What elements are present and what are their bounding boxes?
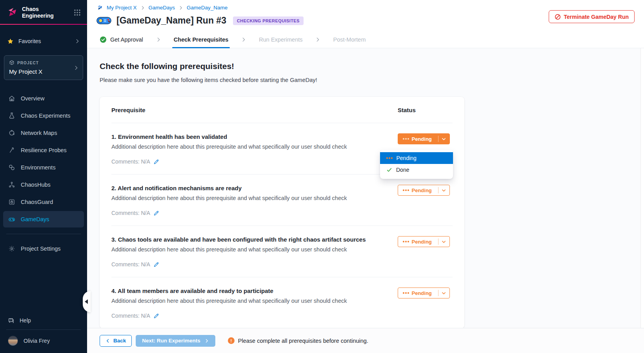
sidebar-favorites[interactable]: Favorites — [0, 33, 87, 49]
user-name: Olivia Frey — [24, 338, 50, 344]
breadcrumb-gamedays-link[interactable]: GameDays — [149, 5, 175, 11]
sidebar-item-environments[interactable]: Environments — [3, 159, 84, 176]
comments-value: Comments: N/A — [111, 210, 150, 216]
page-title: [GameDay_Name] Run #3 — [116, 15, 226, 26]
lock-icon — [8, 198, 15, 206]
warning-icon: ! — [228, 337, 235, 344]
chevron-down-icon[interactable] — [441, 136, 446, 142]
sidebar-item-project-settings[interactable]: Project Settings — [3, 240, 84, 257]
sidebar-item-label: Resilience Probes — [21, 147, 67, 153]
sidebar-item-resilience-probes[interactable]: Resilience Probes — [3, 142, 84, 158]
breadcrumb-project-link[interactable]: My Project X — [107, 5, 137, 11]
sidebar-item-gamedays[interactable]: GameDays — [3, 211, 84, 227]
step-check-prerequisites[interactable]: Check Prerequisites — [171, 31, 231, 48]
sidebar-item-label: Network Maps — [21, 130, 57, 136]
terminate-gameday-button[interactable]: Terminate GameDay Run — [549, 10, 635, 23]
user-menu[interactable]: Olivia Frey — [0, 330, 87, 353]
column-prerequisite: Prerequisite — [111, 107, 398, 113]
prohibit-icon — [555, 14, 561, 20]
gamepad-color-icon — [96, 16, 111, 25]
option-label: Pending — [397, 155, 417, 161]
collapse-left-icon — [85, 299, 88, 304]
gamepad-icon — [8, 216, 15, 223]
status-label: Pending — [412, 136, 432, 142]
sidebar-collapse-handle[interactable] — [83, 291, 91, 312]
back-label: Back — [113, 338, 126, 344]
status-badge: CHECKING PREREQUISITES — [233, 16, 304, 25]
back-button[interactable]: Back — [100, 335, 132, 347]
step-post-mortem[interactable]: Post-Mortem — [331, 31, 368, 48]
sidebar-header: Chaos Engineering — [0, 0, 87, 24]
status-dropdown-menu: Pending Done — [380, 150, 453, 179]
sidebar-item-network-maps[interactable]: Network Maps — [3, 125, 84, 141]
svg-text:?: ? — [10, 318, 12, 322]
prerequisite-title: 2. Alert and notification mechanisms are… — [111, 185, 382, 191]
pending-dots-icon — [403, 138, 409, 140]
comments-value: Comments: N/A — [111, 261, 150, 267]
prerequisite-row-3: 3. Chaos tools are available and have be… — [111, 226, 453, 277]
sidebar: Chaos Engineering Favorites — [0, 0, 87, 353]
breadcrumb-module-icon — [96, 4, 103, 11]
sidebar-nav: Overview Chaos Experiments Network Maps — [0, 90, 87, 227]
status-dropdown-button[interactable]: Pending — [398, 287, 450, 298]
status-dropdown-button[interactable]: Pending — [398, 133, 450, 144]
project-selector[interactable]: PROJECT My Project X — [4, 55, 83, 80]
button-divider — [438, 290, 438, 296]
status-dropdown-button[interactable]: Pending — [398, 185, 450, 196]
edit-comment-icon[interactable] — [153, 159, 159, 165]
prerequisite-row-4: 4. All team members are available and re… — [111, 277, 453, 328]
scrollbar-track[interactable] — [640, 48, 644, 328]
check-icon — [386, 167, 392, 173]
dropdown-option-pending[interactable]: Pending — [380, 152, 453, 164]
comments-value: Comments: N/A — [111, 313, 150, 319]
chevron-down-icon[interactable] — [441, 188, 446, 193]
star-icon — [7, 38, 14, 45]
prerequisite-description: Additional description here about this p… — [111, 298, 382, 304]
status-dropdown-button[interactable]: Pending — [398, 236, 450, 247]
sidebar-item-label: Project Settings — [21, 246, 61, 252]
status-label: Pending — [412, 290, 432, 296]
brand-accent-line — [0, 24, 87, 25]
breadcrumb-gameday-name-link[interactable]: GameDay_Name — [187, 5, 227, 11]
check-circle-icon — [100, 36, 107, 43]
step-run-experiments[interactable]: Run Experiments — [257, 31, 305, 48]
pending-dots-icon — [403, 292, 409, 294]
pending-dots-icon — [386, 157, 393, 159]
step-label: Run Experiments — [259, 36, 302, 43]
main-area: My Project X GameDays GameDay_Name [Ga — [87, 0, 644, 353]
prerequisites-card: Prerequisite Status 1. Environment healt… — [100, 97, 464, 328]
sidebar-help[interactable]: ? Help — [0, 311, 87, 329]
network-map-icon — [8, 129, 15, 136]
sidebar-item-chaoshubs[interactable]: ChaosHubs — [3, 176, 84, 193]
button-divider — [438, 187, 438, 193]
cube-icon — [9, 60, 15, 66]
next-run-experiments-button[interactable]: Next: Run Experiments — [136, 335, 215, 347]
edit-comment-icon[interactable] — [153, 210, 159, 216]
flask-icon — [8, 112, 15, 119]
sidebar-item-label: ChaosHubs — [21, 182, 51, 188]
sidebar-item-chaosguard[interactable]: ChaosGuard — [3, 194, 84, 210]
sidebar-item-chaos-experiments[interactable]: Chaos Experiments — [3, 107, 84, 124]
button-divider — [438, 136, 438, 142]
module-grid-icon[interactable] — [74, 9, 81, 16]
step-get-approval[interactable]: Get Approval — [97, 31, 146, 48]
content-heading: Check the following prerequisites! — [100, 62, 644, 71]
status-label: Pending — [412, 239, 432, 245]
dropdown-option-done[interactable]: Done — [380, 164, 453, 176]
chevron-down-icon[interactable] — [441, 291, 446, 296]
help-chat-icon: ? — [8, 317, 15, 324]
home-icon — [8, 95, 15, 102]
chaos-engineering-logo-icon — [6, 7, 18, 18]
chevron-down-icon[interactable] — [441, 239, 446, 244]
environments-icon — [8, 164, 15, 171]
chevron-right-icon — [140, 5, 145, 10]
content-area: Check the following prerequisites! Pleas… — [87, 48, 644, 328]
prerequisite-description: Additional description here about this p… — [111, 246, 382, 253]
sidebar-item-label: Chaos Experiments — [21, 113, 71, 119]
step-label: Get Approval — [110, 36, 143, 43]
edit-comment-icon[interactable] — [153, 262, 159, 267]
step-separator-icon — [156, 31, 161, 48]
prerequisite-title: 1. Environment health has been validated — [111, 133, 382, 140]
edit-comment-icon[interactable] — [153, 313, 159, 319]
sidebar-item-overview[interactable]: Overview — [3, 90, 84, 107]
